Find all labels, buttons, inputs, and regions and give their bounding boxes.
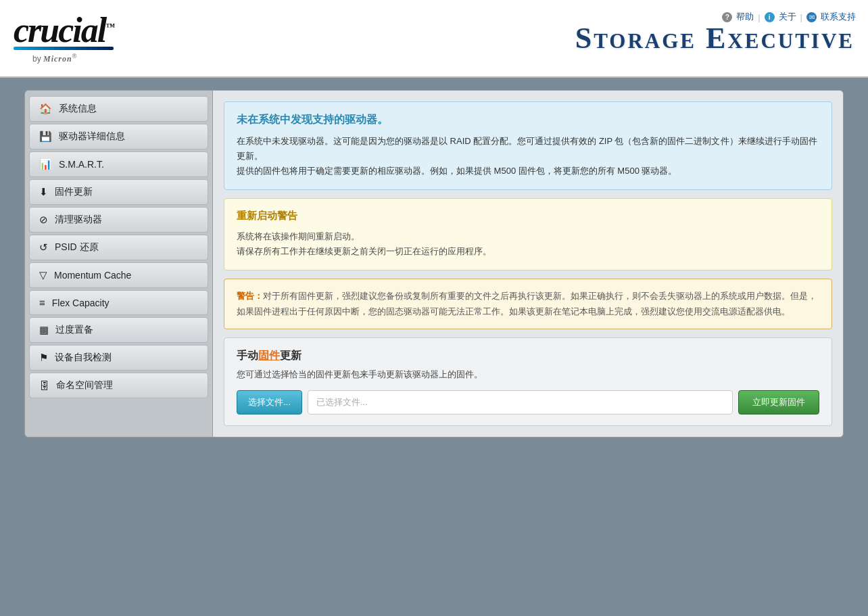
manual-update-row: 选择文件... 已选择文件... 立即更新固件 <box>237 390 819 414</box>
drive-icon: 💾 <box>39 131 52 143</box>
support-link[interactable]: 联系支持 <box>821 11 856 23</box>
psid-icon: ↺ <box>39 241 48 254</box>
no-drive-line1: 在系统中未发现驱动器。这可能是因为您的驱动器是以 RAID 配置分配。您可通过提… <box>237 136 721 146</box>
no-drive-line3: 提供的固件包将用于确定需要更新的相应驱动器。例如，如果提供 M500 固件包，将… <box>237 166 677 176</box>
restart-title: 重新启动警告 <box>237 210 819 222</box>
manual-update-box: 手动固件更新 您可通过选择恰当的固件更新包来手动更新该驱动器上的固件。 选择文件… <box>224 337 832 426</box>
flex-icon: ≡ <box>39 297 45 308</box>
logo-area: crucial™ by Micron® <box>14 13 114 64</box>
sidebar-item-drive-detail[interactable]: 💾 驱动器详细信息 <box>29 124 208 149</box>
sidebar-label-clean: 清理驱动器 <box>55 214 102 226</box>
namespace-icon: 🗄 <box>39 380 49 392</box>
sep1: | <box>758 12 760 22</box>
manual-update-desc: 您可通过选择恰当的固件更新包来手动更新该驱动器上的固件。 <box>237 369 819 381</box>
sidebar-item-over-provision[interactable]: ▦ 过度置备 <box>29 317 208 343</box>
warning-label: 警告： <box>237 291 263 301</box>
crucial-logo: crucial™ <box>14 13 114 50</box>
home-icon: 🏠 <box>39 103 52 115</box>
restart-text: 系统将在该操作期间重新启动。 请保存所有工作并在继续更新之前关闭一切正在运行的应… <box>237 229 819 259</box>
sidebar-label-drive-detail: 驱动器详细信息 <box>59 131 125 143</box>
manual-update-title: 手动固件更新 <box>237 349 819 363</box>
flag-icon: ⚑ <box>39 352 48 364</box>
no-drive-box: 未在系统中发现支持的驱动器。 在系统中未发现驱动器。这可能是因为您的驱动器是以 … <box>224 101 832 190</box>
header-links: ? 帮助 | i 关于 | ✉ 联系支持 <box>722 11 856 23</box>
sidebar-label-overprovision: 过度置备 <box>55 324 93 336</box>
micron-byline: by Micron® <box>32 53 76 64</box>
sep2: | <box>800 12 802 22</box>
grid-icon: ▦ <box>39 324 49 336</box>
content-area: 未在系统中发现支持的驱动器。 在系统中未发现驱动器。这可能是因为您的驱动器是以 … <box>212 90 844 437</box>
clean-icon: ⊘ <box>39 214 48 226</box>
sidebar-item-clean-drive[interactable]: ⊘ 清理驱动器 <box>29 207 208 233</box>
sidebar: 🏠 系统信息 💾 驱动器详细信息 📊 S.M.A.R.T. ⬇ 固件更新 ⊘ 清… <box>24 90 212 437</box>
firmware-warning-text: 警告：对于所有固件更新，强烈建议您备份或复制所有重要的文件之后再执行该更新。如果… <box>237 289 819 318</box>
sidebar-item-momentum-cache[interactable]: ▽ Momentum Cache <box>29 262 208 288</box>
sidebar-item-system-info[interactable]: 🏠 系统信息 <box>29 96 208 122</box>
no-drive-text: 在系统中未发现驱动器。这可能是因为您的驱动器是以 RAID 配置分配。您可通过提… <box>237 134 819 179</box>
firmware-warning-box: 警告：对于所有固件更新，强烈建议您备份或复制所有重要的文件之后再执行该更新。如果… <box>224 279 832 329</box>
support-icon: ✉ <box>806 12 817 22</box>
sidebar-item-self-test[interactable]: ⚑ 设备自我检测 <box>29 345 208 371</box>
sidebar-label-psid: PSID 还原 <box>55 241 99 254</box>
file-input-display: 已选择文件... <box>308 390 733 414</box>
no-drive-title: 未在系统中发现支持的驱动器。 <box>237 113 819 127</box>
restart-warning-box: 重新启动警告 系统将在该操作期间重新启动。 请保存所有工作并在继续更新之前关闭一… <box>224 198 832 270</box>
sidebar-label-system-info: 系统信息 <box>59 103 97 115</box>
sidebar-label-selftest: 设备自我检测 <box>55 352 112 364</box>
sidebar-label-firmware: 固件更新 <box>55 186 93 198</box>
about-link[interactable]: 关于 <box>779 11 796 23</box>
filter-icon: ▽ <box>39 269 47 281</box>
sidebar-item-psid[interactable]: ↺ PSID 还原 <box>29 235 208 260</box>
help-icon: ? <box>722 12 732 22</box>
logo-text: crucial <box>14 11 105 49</box>
chart-icon: 📊 <box>39 158 52 170</box>
sidebar-item-firmware-update[interactable]: ⬇ 固件更新 <box>29 179 208 205</box>
sidebar-label-momentum: Momentum Cache <box>54 270 131 281</box>
logo-tm: ™ <box>105 21 114 31</box>
app-title: Storage Executive <box>575 21 854 55</box>
update-now-button[interactable]: 立即更新固件 <box>738 390 819 414</box>
choose-file-button[interactable]: 选择文件... <box>237 390 302 414</box>
help-link[interactable]: 帮助 <box>736 11 754 23</box>
download-icon: ⬇ <box>39 186 48 198</box>
sidebar-label-namespace: 命名空间管理 <box>56 379 113 392</box>
sidebar-label-smart: S.M.A.R.T. <box>59 159 104 170</box>
sidebar-item-flex-capacity[interactable]: ≡ Flex Capacity <box>29 290 208 315</box>
sidebar-label-flex: Flex Capacity <box>52 298 110 308</box>
about-icon: i <box>765 12 775 22</box>
sidebar-item-smart[interactable]: 📊 S.M.A.R.T. <box>29 151 208 177</box>
sidebar-item-namespace[interactable]: 🗄 命名空间管理 <box>29 373 208 398</box>
